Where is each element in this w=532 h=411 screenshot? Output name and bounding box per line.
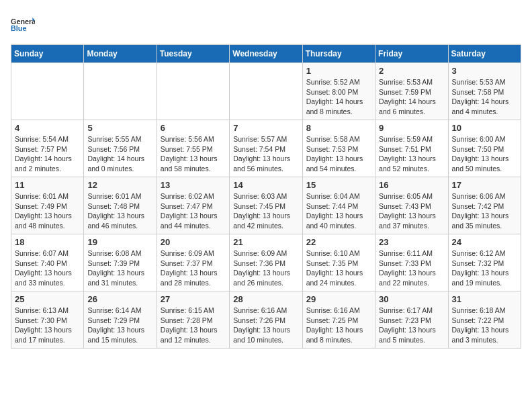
cell-content: Sunrise: 6:04 AM Sunset: 7:44 PM Dayligh…: [306, 191, 371, 231]
calendar-cell: 31Sunrise: 6:18 AM Sunset: 7:22 PM Dayli…: [448, 291, 521, 349]
date-number: 6: [161, 123, 226, 133]
date-number: 9: [379, 123, 444, 133]
calendar-cell: 23Sunrise: 6:11 AM Sunset: 7:33 PM Dayli…: [375, 234, 448, 291]
date-number: 21: [233, 237, 298, 247]
calendar-cell: 21Sunrise: 6:09 AM Sunset: 7:36 PM Dayli…: [230, 234, 302, 291]
calendar-cell: 6Sunrise: 5:56 AM Sunset: 7:55 PM Daylig…: [157, 120, 229, 177]
cell-content: Sunrise: 5:55 AM Sunset: 7:56 PM Dayligh…: [87, 134, 152, 174]
cell-content: Sunrise: 6:11 AM Sunset: 7:33 PM Dayligh…: [379, 248, 444, 288]
date-number: 2: [379, 66, 444, 76]
cell-content: Sunrise: 6:13 AM Sunset: 7:30 PM Dayligh…: [15, 306, 80, 345]
cell-content: Sunrise: 6:09 AM Sunset: 7:36 PM Dayligh…: [233, 248, 298, 288]
date-number: 26: [87, 294, 152, 304]
calendar-cell: 2Sunrise: 5:53 AM Sunset: 7:59 PM Daylig…: [375, 63, 448, 120]
calendar-cell: 17Sunrise: 6:06 AM Sunset: 7:42 PM Dayli…: [448, 177, 521, 234]
calendar-cell: [84, 63, 157, 120]
calendar-cell: 13Sunrise: 6:02 AM Sunset: 7:47 PM Dayli…: [157, 177, 229, 234]
date-number: 1: [306, 66, 371, 76]
cell-content: Sunrise: 6:16 AM Sunset: 7:25 PM Dayligh…: [306, 306, 371, 345]
cell-content: Sunrise: 6:18 AM Sunset: 7:22 PM Dayligh…: [452, 306, 517, 345]
date-number: 19: [87, 237, 152, 247]
date-number: 11: [15, 180, 80, 190]
date-number: 7: [233, 123, 298, 133]
date-number: 24: [452, 237, 517, 247]
date-number: 30: [379, 294, 444, 304]
calendar-cell: [230, 63, 302, 120]
calendar-cell: 27Sunrise: 6:15 AM Sunset: 7:28 PM Dayli…: [157, 291, 229, 349]
cell-content: Sunrise: 5:59 AM Sunset: 7:51 PM Dayligh…: [379, 134, 444, 174]
calendar-cell: 14Sunrise: 6:03 AM Sunset: 7:45 PM Dayli…: [230, 177, 302, 234]
cell-content: Sunrise: 5:52 AM Sunset: 8:00 PM Dayligh…: [306, 77, 371, 117]
date-number: 17: [452, 180, 517, 190]
date-number: 23: [379, 237, 444, 247]
date-number: 5: [87, 123, 152, 133]
calendar-cell: 5Sunrise: 5:55 AM Sunset: 7:56 PM Daylig…: [84, 120, 157, 177]
date-number: 31: [452, 294, 517, 304]
svg-text:Blue: Blue: [11, 24, 26, 32]
calendar-cell: 9Sunrise: 5:59 AM Sunset: 7:51 PM Daylig…: [375, 120, 448, 177]
calendar-cell: 18Sunrise: 6:07 AM Sunset: 7:40 PM Dayli…: [11, 234, 84, 291]
date-number: 29: [306, 294, 371, 304]
date-number: 12: [87, 180, 152, 190]
column-header-friday: Friday: [375, 45, 448, 63]
column-header-sunday: Sunday: [11, 45, 84, 63]
cell-content: Sunrise: 6:16 AM Sunset: 7:26 PM Dayligh…: [233, 306, 298, 345]
column-header-monday: Monday: [84, 45, 157, 63]
cell-content: Sunrise: 6:03 AM Sunset: 7:45 PM Dayligh…: [233, 191, 298, 231]
cell-content: Sunrise: 5:58 AM Sunset: 7:53 PM Dayligh…: [306, 134, 371, 174]
calendar-cell: 3Sunrise: 5:53 AM Sunset: 7:58 PM Daylig…: [448, 63, 521, 120]
date-number: 22: [306, 237, 371, 247]
date-number: 8: [306, 123, 371, 133]
calendar-table: SundayMondayTuesdayWednesdayThursdayFrid…: [11, 44, 521, 349]
cell-content: Sunrise: 6:07 AM Sunset: 7:40 PM Dayligh…: [15, 248, 80, 288]
logo: General Blue: [11, 13, 38, 38]
cell-content: Sunrise: 6:06 AM Sunset: 7:42 PM Dayligh…: [452, 191, 517, 231]
date-number: 28: [233, 294, 298, 304]
date-number: 18: [15, 237, 80, 247]
calendar-cell: 4Sunrise: 5:54 AM Sunset: 7:57 PM Daylig…: [11, 120, 84, 177]
date-number: 10: [452, 123, 517, 133]
cell-content: Sunrise: 6:17 AM Sunset: 7:23 PM Dayligh…: [379, 306, 444, 345]
cell-content: Sunrise: 6:14 AM Sunset: 7:29 PM Dayligh…: [87, 306, 152, 345]
cell-content: Sunrise: 6:01 AM Sunset: 7:48 PM Dayligh…: [87, 191, 152, 231]
calendar-cell: [11, 63, 84, 120]
calendar-cell: 1Sunrise: 5:52 AM Sunset: 8:00 PM Daylig…: [302, 63, 375, 120]
date-number: 27: [161, 294, 226, 304]
cell-content: Sunrise: 5:53 AM Sunset: 7:59 PM Dayligh…: [379, 77, 444, 117]
calendar-cell: 24Sunrise: 6:12 AM Sunset: 7:32 PM Dayli…: [448, 234, 521, 291]
cell-content: Sunrise: 6:02 AM Sunset: 7:47 PM Dayligh…: [161, 191, 226, 231]
calendar-cell: 29Sunrise: 6:16 AM Sunset: 7:25 PM Dayli…: [302, 291, 375, 349]
calendar-cell: 25Sunrise: 6:13 AM Sunset: 7:30 PM Dayli…: [11, 291, 84, 349]
calendar-cell: 12Sunrise: 6:01 AM Sunset: 7:48 PM Dayli…: [84, 177, 157, 234]
svg-text:General: General: [11, 17, 35, 26]
cell-content: Sunrise: 6:10 AM Sunset: 7:35 PM Dayligh…: [306, 248, 371, 288]
cell-content: Sunrise: 5:57 AM Sunset: 7:54 PM Dayligh…: [233, 134, 298, 174]
calendar-cell: 22Sunrise: 6:10 AM Sunset: 7:35 PM Dayli…: [302, 234, 375, 291]
date-number: 3: [452, 66, 517, 76]
calendar-cell: 20Sunrise: 6:09 AM Sunset: 7:37 PM Dayli…: [157, 234, 229, 291]
column-header-wednesday: Wednesday: [230, 45, 302, 63]
cell-content: Sunrise: 5:54 AM Sunset: 7:57 PM Dayligh…: [15, 134, 80, 174]
calendar-cell: 28Sunrise: 6:16 AM Sunset: 7:26 PM Dayli…: [230, 291, 302, 349]
calendar-cell: 7Sunrise: 5:57 AM Sunset: 7:54 PM Daylig…: [230, 120, 302, 177]
date-number: 14: [233, 180, 298, 190]
date-number: 15: [306, 180, 371, 190]
cell-content: Sunrise: 6:15 AM Sunset: 7:28 PM Dayligh…: [161, 306, 226, 345]
date-number: 16: [379, 180, 444, 190]
date-number: 13: [161, 180, 226, 190]
cell-content: Sunrise: 5:56 AM Sunset: 7:55 PM Dayligh…: [161, 134, 226, 174]
calendar-cell: 16Sunrise: 6:05 AM Sunset: 7:43 PM Dayli…: [375, 177, 448, 234]
cell-content: Sunrise: 6:08 AM Sunset: 7:39 PM Dayligh…: [87, 248, 152, 288]
date-number: 4: [15, 123, 80, 133]
calendar-cell: 15Sunrise: 6:04 AM Sunset: 7:44 PM Dayli…: [302, 177, 375, 234]
column-header-tuesday: Tuesday: [157, 45, 229, 63]
column-header-thursday: Thursday: [302, 45, 375, 63]
calendar-cell: 26Sunrise: 6:14 AM Sunset: 7:29 PM Dayli…: [84, 291, 157, 349]
date-number: 20: [161, 237, 226, 247]
cell-content: Sunrise: 6:00 AM Sunset: 7:50 PM Dayligh…: [452, 134, 517, 174]
calendar-cell: 10Sunrise: 6:00 AM Sunset: 7:50 PM Dayli…: [448, 120, 521, 177]
calendar-cell: 8Sunrise: 5:58 AM Sunset: 7:53 PM Daylig…: [302, 120, 375, 177]
header: General Blue: [11, 11, 521, 38]
calendar-cell: 19Sunrise: 6:08 AM Sunset: 7:39 PM Dayli…: [84, 234, 157, 291]
cell-content: Sunrise: 6:01 AM Sunset: 7:49 PM Dayligh…: [15, 191, 80, 231]
